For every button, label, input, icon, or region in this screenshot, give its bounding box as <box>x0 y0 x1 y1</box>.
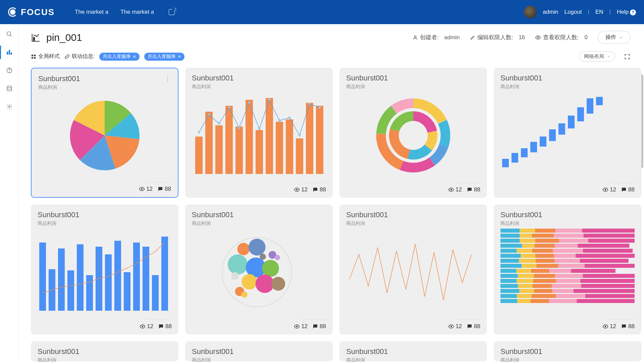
chart-card[interactable]: Sunburst001商品利润 1288 <box>339 204 487 335</box>
lang-toggle[interactable]: EN <box>595 9 603 15</box>
kebab-icon[interactable]: ⋮ <box>164 74 171 82</box>
chart-card[interactable]: Sunburst001商品利润 1288 <box>494 68 641 198</box>
page-title: pin_001 <box>46 32 82 43</box>
close-icon[interactable]: ✕ <box>178 54 181 59</box>
bar-line-chart <box>192 97 326 174</box>
card-title: Sunburst001 <box>346 74 388 82</box>
chart-card[interactable]: Sunburst001商品利润 1288 <box>494 204 641 335</box>
comments-count: 88 <box>467 323 480 330</box>
svg-line-1 <box>10 35 11 37</box>
chart-card[interactable]: Sunburst001 商品利润 ⋮ <box>31 68 178 198</box>
chart-card[interactable]: Sunburst001商品利润 <box>339 341 487 361</box>
svg-rect-145 <box>517 269 531 273</box>
svg-point-43 <box>296 189 298 191</box>
nav-links: The market a The market a <box>75 9 175 15</box>
svg-rect-59 <box>521 148 528 157</box>
card-subtitle: 商品利润 <box>38 357 79 362</box>
svg-rect-168 <box>574 289 635 293</box>
views-count: 12 <box>602 323 616 330</box>
help-circle-icon[interactable] <box>5 66 13 74</box>
chart-card[interactable]: Sunburst001商品利润 1288 <box>185 68 333 198</box>
svg-point-8 <box>8 106 10 108</box>
svg-rect-75 <box>67 270 74 310</box>
svg-rect-132 <box>554 254 576 258</box>
svg-rect-112 <box>554 234 583 238</box>
operation-button[interactable]: 操作 <box>598 31 631 44</box>
svg-point-90 <box>228 254 248 275</box>
layout-select[interactable]: 网格布局 <box>579 51 615 62</box>
svg-rect-147 <box>549 269 571 273</box>
card-subtitle: 商品利润 <box>500 84 542 90</box>
chart-card[interactable]: Sunburst001商品利润 1288 <box>185 204 333 335</box>
svg-rect-136 <box>536 259 555 263</box>
nav-item-1[interactable]: The market a <box>75 9 108 15</box>
svg-rect-3 <box>9 50 10 54</box>
svg-rect-172 <box>556 294 585 298</box>
chart-card[interactable]: Sunburst001商品利润 <box>185 341 333 361</box>
global-style-button[interactable]: 全局样式 <box>31 53 60 60</box>
donut-chart <box>373 95 453 176</box>
svg-rect-64 <box>568 115 575 128</box>
card-subtitle: 商品利润 <box>346 84 388 90</box>
chart-card[interactable]: Sunburst001商品利润 <box>494 341 641 361</box>
svg-rect-173 <box>585 294 635 298</box>
svg-rect-104 <box>500 229 520 233</box>
svg-point-6 <box>9 72 9 72</box>
views-count: 12 <box>602 186 616 193</box>
dashboard-icon[interactable] <box>5 48 13 56</box>
svg-rect-12 <box>32 55 33 56</box>
svg-rect-29 <box>316 106 323 174</box>
svg-rect-152 <box>555 274 583 278</box>
svg-point-92 <box>262 260 279 277</box>
svg-point-16 <box>141 188 143 190</box>
user-box: admin Logout | EN | Help? <box>524 6 636 18</box>
waterfall-chart <box>500 97 635 174</box>
svg-rect-110 <box>520 234 532 238</box>
card-subtitle: 商品利润 <box>38 221 79 227</box>
filter-chip-1[interactable]: 月出入库频率✕ <box>99 53 140 61</box>
svg-point-179 <box>605 326 606 327</box>
chart-card[interactable]: Sunburst001商品利润 <box>31 341 178 361</box>
card-title: Sunburst001 <box>500 210 542 219</box>
username[interactable]: admin <box>543 9 558 15</box>
close-icon[interactable]: ✕ <box>133 54 136 59</box>
stacked-bar-chart <box>500 229 635 306</box>
views-count: 12 <box>294 186 308 193</box>
fullscreen-icon[interactable] <box>624 53 631 60</box>
avatar[interactable] <box>524 6 537 18</box>
database-icon[interactable] <box>5 84 13 93</box>
logout-link[interactable]: Logout <box>565 9 582 15</box>
svg-rect-167 <box>552 289 574 293</box>
svg-rect-137 <box>555 259 580 263</box>
svg-rect-109 <box>500 234 520 238</box>
view-perm-meta: 查看权限人数: 0 <box>535 34 588 41</box>
topbar: FOCUS The market a The market a admin Lo… <box>0 0 644 24</box>
nav-item-2[interactable]: The market a <box>120 9 154 15</box>
logo[interactable]: FOCUS <box>8 7 55 17</box>
svg-rect-120 <box>522 244 534 248</box>
caret-down-icon <box>607 55 610 58</box>
card-subtitle: 商品利润 <box>192 84 234 90</box>
svg-rect-58 <box>512 153 518 163</box>
edit-icon[interactable] <box>169 9 175 15</box>
svg-rect-20 <box>225 106 233 174</box>
help-link[interactable]: Help? <box>617 9 636 15</box>
views-count: 12 <box>139 186 153 192</box>
comments-count: 88 <box>312 186 326 193</box>
sidebar <box>0 24 19 362</box>
comments-count: 88 <box>621 186 635 193</box>
card-subtitle: 商品利润 <box>500 221 542 227</box>
filter-chip-2[interactable]: 月出入库频率✕ <box>144 53 184 61</box>
gear-icon[interactable] <box>5 103 13 111</box>
svg-rect-158 <box>580 279 635 283</box>
svg-rect-138 <box>580 259 629 263</box>
chart-card[interactable]: Sunburst001商品利润 <box>339 68 487 198</box>
views-count: 12 <box>140 323 153 330</box>
chart-card[interactable]: Sunburst001商品利润 1288 <box>31 204 178 335</box>
creator-meta: 创建者: admin <box>413 34 460 41</box>
card-title: Sunburst001 <box>38 210 79 219</box>
svg-rect-122 <box>555 244 578 248</box>
search-icon[interactable] <box>5 30 13 38</box>
comments-count: 88 <box>467 186 480 193</box>
svg-rect-121 <box>534 244 555 248</box>
